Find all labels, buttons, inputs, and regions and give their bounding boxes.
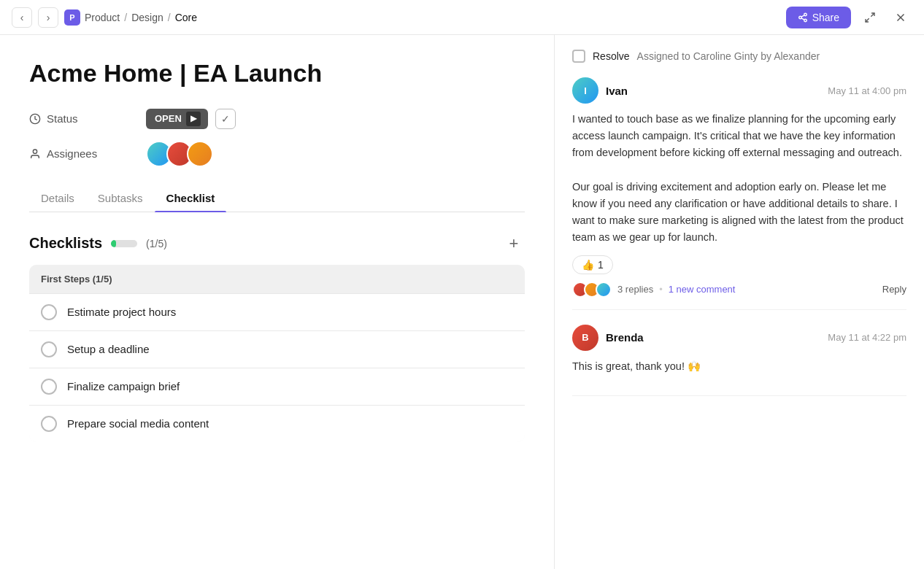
checklist-item-3-check[interactable] — [41, 379, 57, 395]
dot-separator: • — [659, 284, 663, 295]
checklist-item-4-check[interactable] — [41, 416, 57, 432]
checklist-item: Setup a deadline — [29, 330, 525, 368]
add-checklist-button[interactable]: + — [503, 233, 525, 255]
breadcrumb: P Product / Design / Core — [64, 9, 197, 26]
svg-point-1 — [798, 16, 801, 19]
assignees-avatars[interactable] — [146, 141, 213, 167]
checklist-header: Checklists (1/5) + — [29, 233, 525, 255]
assignees-icon — [29, 148, 41, 160]
checklist-item-2-text: Setup a deadline — [67, 343, 150, 355]
svg-line-6 — [866, 18, 869, 22]
checklist-group: First Steps (1/5) Estimate project hours… — [29, 265, 525, 442]
comment-author-1: I Ivan — [572, 77, 628, 104]
comment-block-1: I Ivan May 11 at 4:00 pm I wanted to tou… — [572, 77, 906, 310]
topbar: ‹ › P Product / Design / Core Share — [0, 0, 924, 35]
reply-avatars — [572, 282, 612, 298]
breadcrumb-product[interactable]: Product — [85, 12, 120, 23]
checklist-item: Prepare social media content — [29, 405, 525, 442]
assignees-row: Assignees — [29, 141, 525, 167]
tab-subtasks[interactable]: Subtasks — [86, 185, 155, 212]
expand-button[interactable] — [858, 6, 882, 29]
replies-count-1[interactable]: 3 replies — [617, 284, 653, 295]
progress-bar — [111, 240, 137, 247]
checklist-count: (1/5) — [146, 238, 167, 249]
comment-block-2: B Brenda May 11 at 4:22 pm This is great… — [572, 325, 906, 396]
nav-back-button[interactable]: ‹ — [12, 7, 32, 28]
avatar-3[interactable] — [187, 141, 213, 167]
checklist-title-group: Checklists (1/5) — [29, 235, 167, 252]
checklist-item-4-text: Prepare social media content — [67, 417, 209, 430]
checklist-item-1-check[interactable] — [41, 304, 57, 320]
close-icon — [894, 11, 907, 24]
status-row: Status OPEN ▶ ✓ — [29, 109, 525, 129]
progress-bar-fill — [111, 240, 116, 247]
svg-point-10 — [33, 150, 36, 153]
checklists-label: Checklists — [29, 235, 102, 252]
share-button[interactable]: Share — [786, 7, 851, 28]
comment-body-2: This is great, thank you! 🙌 — [572, 358, 906, 375]
svg-line-3 — [801, 18, 804, 19]
svg-point-0 — [804, 13, 806, 16]
reply-avatar-3 — [596, 282, 612, 298]
comment-avatar-brenda: B — [572, 325, 598, 351]
nav-forward-button[interactable]: › — [38, 7, 58, 28]
resolve-bar: Resolve Assigned to Caroline Ginty by Al… — [572, 50, 906, 63]
status-label: Status — [29, 112, 146, 125]
resolve-sub: Assigned to Caroline Ginty by Alexander — [637, 50, 820, 62]
assignees-label: Assignees — [29, 147, 146, 160]
reply-button-1[interactable]: Reply — [882, 284, 906, 295]
checklist-group-header: First Steps (1/5) — [29, 265, 525, 293]
comment-header-1: I Ivan May 11 at 4:00 pm — [572, 77, 906, 104]
close-button[interactable] — [889, 6, 912, 29]
resolve-label[interactable]: Resolve — [593, 50, 630, 62]
tabs: Details Subtasks Checklist — [29, 185, 525, 212]
left-panel: Acme Home | EA Launch Status OPEN ▶ ✓ As… — [0, 35, 555, 569]
topbar-right: Share — [786, 6, 912, 29]
status-check-button[interactable]: ✓ — [215, 109, 236, 129]
comment-footer-1: 3 replies • 1 new comment Reply — [572, 282, 906, 298]
comment-time-2: May 11 at 4:22 pm — [828, 332, 906, 343]
comment-header-2: B Brenda May 11 at 4:22 pm — [572, 325, 906, 351]
breadcrumb-design[interactable]: Design — [131, 12, 163, 23]
task-title: Acme Home | EA Launch — [29, 58, 525, 88]
progress-bar-wrap — [111, 240, 137, 247]
status-badge[interactable]: OPEN ▶ — [146, 109, 208, 129]
checklist-item-2-check[interactable] — [41, 341, 57, 357]
comment-time-1: May 11 at 4:00 pm — [828, 85, 906, 96]
breadcrumb-core[interactable]: Core — [175, 12, 197, 23]
reaction-button-1[interactable]: 👍 1 — [572, 255, 613, 274]
new-comment-label-1[interactable]: 1 new comment — [669, 284, 736, 295]
breadcrumb-sep2: / — [168, 12, 171, 23]
comment-name-brenda: Brenda — [606, 331, 644, 344]
comment-name-ivan: Ivan — [606, 85, 628, 97]
comment-author-2: B Brenda — [572, 325, 644, 351]
status-icon — [29, 113, 41, 125]
reaction-emoji-1: 👍 — [582, 259, 594, 271]
status-arrow-icon: ▶ — [186, 112, 201, 126]
svg-line-5 — [871, 13, 874, 17]
svg-point-2 — [804, 19, 806, 22]
comment-body-1: I wanted to touch base as we finalize pl… — [572, 111, 906, 247]
comment-avatar-ivan: I — [572, 77, 598, 104]
checklist-item: Finalize campaign brief — [29, 368, 525, 405]
svg-line-4 — [801, 15, 804, 16]
reaction-count-1: 1 — [598, 259, 604, 271]
tab-details[interactable]: Details — [29, 185, 86, 212]
right-panel: Resolve Assigned to Caroline Ginty by Al… — [555, 35, 924, 569]
tab-checklist[interactable]: Checklist — [155, 185, 227, 212]
share-icon — [798, 12, 808, 23]
checklist-item-3-text: Finalize campaign brief — [67, 380, 180, 392]
breadcrumb-sep1: / — [124, 12, 127, 23]
resolve-checkbox[interactable] — [572, 50, 585, 63]
main-content: Acme Home | EA Launch Status OPEN ▶ ✓ As… — [0, 35, 924, 569]
replies-info-1: 3 replies • 1 new comment — [572, 282, 735, 298]
checklist-item: Estimate project hours — [29, 293, 525, 330]
project-icon: P — [64, 9, 80, 26]
expand-icon — [864, 12, 876, 23]
checklist-item-1-text: Estimate project hours — [67, 306, 176, 318]
topbar-left: ‹ › P Product / Design / Core — [12, 7, 197, 28]
